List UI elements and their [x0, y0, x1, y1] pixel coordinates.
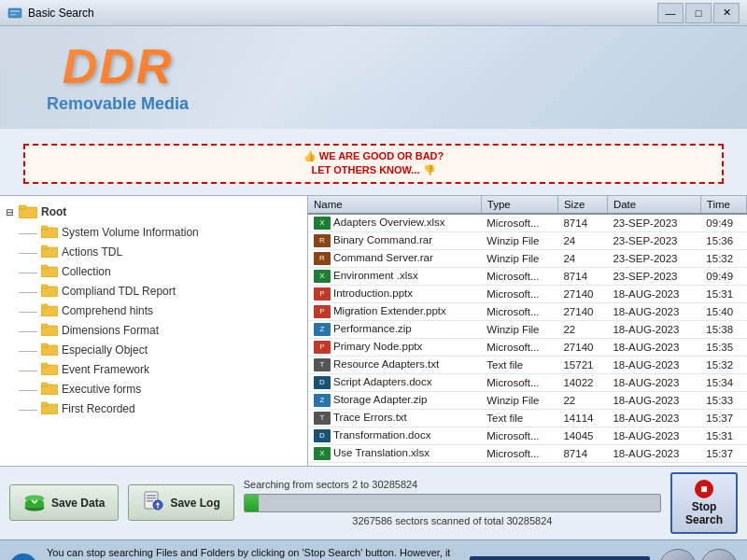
- table-row[interactable]: TResource Adapters.txt Text file 15721 1…: [308, 356, 747, 373]
- file-size: 22: [557, 320, 607, 338]
- save-log-button[interactable]: Save Log: [128, 484, 233, 521]
- file-date: 18-AUG-2023: [607, 285, 700, 302]
- list-item[interactable]: —— Dimensions Format: [0, 321, 307, 341]
- tree-item-label: Compliand TDL Report: [62, 285, 176, 298]
- file-size: 14045: [557, 427, 607, 444]
- file-name: PIntroduction.pptx: [308, 285, 481, 302]
- table-row[interactable]: RBinary Command.rar Winzip File 24 23-SE…: [308, 231, 747, 249]
- file-type: Winzip File: [481, 231, 557, 249]
- close-button[interactable]: ✕: [713, 3, 740, 23]
- svg-rect-22: [41, 383, 48, 386]
- file-type: Microsoft...: [481, 285, 557, 302]
- file-name: RCommand Server.rar: [308, 249, 481, 267]
- file-name: ZPerformance.zip: [308, 320, 481, 338]
- tree-scroll[interactable]: ⊟ Root —— System Volume Information ——: [0, 202, 307, 460]
- file-time: 15:37: [700, 409, 746, 427]
- svg-rect-10: [41, 265, 48, 269]
- svg-rect-1: [10, 10, 20, 12]
- file-size: 27140: [557, 302, 607, 320]
- maximize-button[interactable]: □: [685, 3, 712, 23]
- save-data-button[interactable]: Save Data: [9, 484, 119, 521]
- file-scroll[interactable]: Name Type Size Date Time XAdapters Overv…: [308, 196, 747, 466]
- list-item[interactable]: —— Collection: [0, 262, 307, 282]
- file-type: Microsoft...: [481, 302, 557, 320]
- file-size: 8714: [557, 444, 607, 462]
- bullet-icon: ——: [19, 345, 37, 356]
- list-item[interactable]: —— Actions TDL: [0, 243, 307, 262]
- table-row[interactable]: DTransformation.docx Microsoft... 14045 …: [308, 427, 747, 444]
- file-time: 15:33: [700, 391, 746, 409]
- file-time: 15:34: [700, 373, 746, 391]
- list-item[interactable]: —— Comprehend hints: [0, 301, 307, 321]
- file-size: 8714: [557, 267, 607, 285]
- list-item[interactable]: —— Especially Object: [0, 341, 307, 360]
- folder-icon: [41, 284, 58, 300]
- bullet-icon: ——: [19, 287, 37, 297]
- file-type-icon: T: [314, 412, 331, 425]
- file-name: XEnvironment .xlsx: [308, 267, 481, 285]
- table-row[interactable]: TTrace Errors.txt Text file 14114 18-AUG…: [308, 409, 747, 427]
- list-item[interactable]: —— Compliand TDL Report: [0, 282, 307, 301]
- file-size: 24: [557, 249, 607, 267]
- table-row[interactable]: PMigration Extender.pptx Microsoft... 27…: [308, 302, 747, 320]
- action-bar: Save Data Save Log Searching from sector…: [0, 466, 747, 539]
- table-row[interactable]: PIntroduction.pptx Microsoft... 27140 18…: [308, 285, 747, 302]
- tree-panel: ⊟ Root —— System Volume Information ——: [0, 196, 308, 466]
- prev-button[interactable]: ◀: [659, 549, 697, 560]
- stop-search-button[interactable]: ■ StopSearch: [670, 472, 738, 534]
- tree-item-label: First Recorded: [62, 402, 135, 415]
- file-type: Text file: [481, 356, 557, 373]
- table-row[interactable]: ZStorage Adapter.zip Winzip File 22 18-A…: [308, 391, 747, 409]
- file-type-icon: X: [314, 447, 331, 460]
- next-button[interactable]: ▶: [700, 549, 738, 560]
- table-row[interactable]: XAdapters Overview.xlsx Microsoft... 871…: [308, 214, 747, 232]
- table-row[interactable]: DScript Adapters.docx Microsoft... 14022…: [308, 373, 747, 391]
- website-link[interactable]: UsbFlashDriveRecovery.org: [470, 556, 650, 560]
- tree-expand-icon: ⊟: [6, 207, 13, 217]
- file-time: 15:40: [700, 302, 746, 320]
- table-row[interactable]: XUse Translation.xlsx Microsoft... 8714 …: [308, 444, 747, 462]
- promo-line1: WE ARE GOOD OR BAD?: [319, 150, 444, 161]
- list-item[interactable]: —— Event Framework: [0, 360, 307, 380]
- file-type-icon: X: [314, 270, 331, 283]
- table-row[interactable]: RCommand Server.rar Winzip File 24 23-SE…: [308, 249, 747, 267]
- list-item[interactable]: —— System Volume Information: [0, 223, 307, 243]
- tree-item-label: Comprehend hints: [62, 304, 153, 317]
- table-row[interactable]: XEnvironment .xlsx Microsoft... 8714 23-…: [308, 267, 747, 285]
- folder-icon: [41, 401, 58, 417]
- folder-icon: [41, 303, 58, 319]
- bullet-icon: ——: [19, 306, 37, 316]
- promo-badge[interactable]: 👍 WE ARE GOOD OR BAD? LET OTHERS KNOW...…: [23, 144, 724, 184]
- file-type: Microsoft...: [481, 214, 557, 232]
- svg-rect-8: [41, 245, 48, 249]
- folder-icon: [41, 362, 58, 378]
- list-item[interactable]: —— First Recorded: [0, 399, 307, 419]
- promo-line2: LET OTHERS KNOW...: [311, 164, 419, 175]
- table-row[interactable]: ZPerformance.zip Winzip File 22 18-AUG-2…: [308, 320, 747, 338]
- file-type: Winzip File: [481, 320, 557, 338]
- minimize-button[interactable]: —: [657, 3, 684, 23]
- file-time: 09:49: [700, 214, 746, 232]
- list-item[interactable]: —— Executive forms: [0, 380, 307, 399]
- col-time: Time: [700, 196, 746, 214]
- file-type-icon: T: [314, 358, 331, 371]
- info-icon: i: [9, 553, 37, 560]
- file-date: 18-AUG-2023: [607, 338, 700, 356]
- nav-buttons: ◀ ▶: [659, 549, 738, 560]
- file-type: Winzip File: [481, 391, 557, 409]
- file-type-icon: D: [314, 376, 331, 389]
- titlebar: Basic Search — □ ✕: [0, 0, 747, 26]
- file-type-icon: R: [314, 234, 331, 247]
- file-time: 15:38: [700, 320, 746, 338]
- tree-root-item[interactable]: ⊟ Root: [0, 202, 307, 223]
- file-size: 8714: [557, 214, 607, 232]
- svg-rect-30: [147, 495, 156, 497]
- logo-container: DDR Removable Media: [47, 42, 189, 114]
- file-date: 23-SEP-2023: [607, 214, 700, 232]
- table-row[interactable]: PPrimary Node.pptx Microsoft... 27140 18…: [308, 338, 747, 356]
- file-type-icon: P: [314, 287, 331, 301]
- file-time: 15:32: [700, 249, 746, 267]
- header-banner: DDR Removable Media: [0, 26, 747, 129]
- root-label: Root: [41, 205, 66, 218]
- tree-item-label: Event Framework: [62, 363, 149, 376]
